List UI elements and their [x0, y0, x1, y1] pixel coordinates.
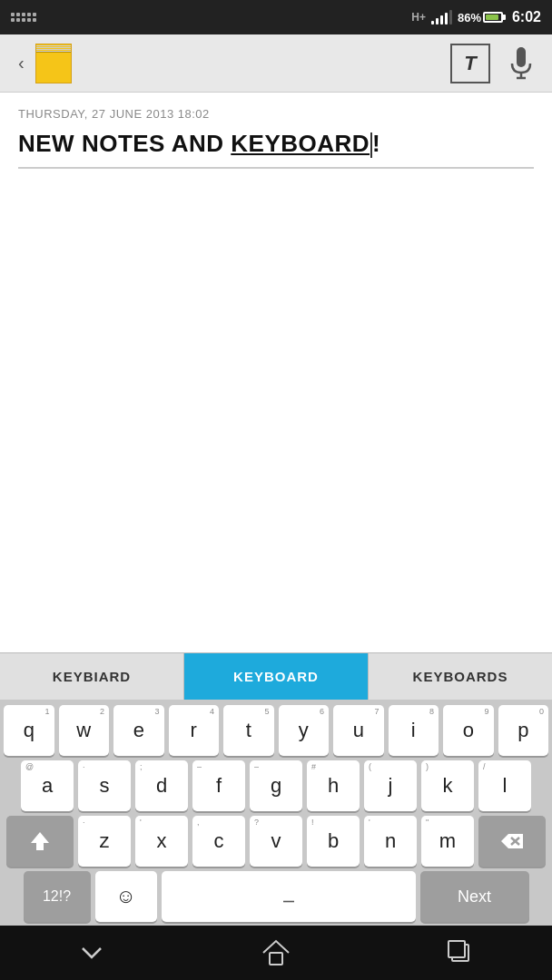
text-format-button[interactable]: T [450, 44, 490, 83]
suggestion-keybiard-label: KEYBIARD [53, 669, 131, 684]
mic-button[interactable] [501, 44, 541, 83]
key-b[interactable]: !b [307, 816, 360, 867]
key-u[interactable]: 7u [333, 705, 384, 756]
note-title-underlined: KEYBOARD [231, 130, 370, 157]
svg-rect-0 [517, 47, 526, 67]
key-x[interactable]: 'x [135, 816, 188, 867]
recents-nav-button[interactable] [433, 926, 488, 980]
key-g[interactable]: –g [250, 760, 302, 811]
suggestion-keyboard-label: KEYBOARD [233, 669, 319, 684]
back-button[interactable]: ‹ [11, 45, 32, 81]
status-bar-right: H+ 86% 6:02 [411, 9, 541, 25]
keyboard-status-icon [11, 13, 36, 22]
home-icon [261, 938, 291, 967]
emoji-key[interactable]: ☺ [95, 871, 157, 922]
svg-marker-3 [31, 832, 49, 850]
delete-icon [499, 832, 525, 850]
delete-key[interactable] [478, 816, 546, 867]
key-s[interactable]: ·s [78, 760, 131, 811]
key-t[interactable]: 5t [223, 705, 274, 756]
keyboard-row-3: ·z 'x ,c ?v !b 'n "m [4, 816, 548, 867]
key-v[interactable]: ?v [250, 816, 302, 867]
status-bar-left [11, 13, 36, 22]
keyboard-row-1: 1q 2w 3e 4r 5t 6y 7u 8i 9o 0p [4, 705, 548, 756]
app-header: ‹ T [0, 34, 552, 93]
note-date: THURSDAY, 27 JUNE 2013 18:02 [18, 107, 534, 121]
key-n[interactable]: 'n [364, 816, 417, 867]
next-key[interactable]: Next [420, 871, 529, 922]
key-j[interactable]: (j [364, 760, 417, 811]
key-d[interactable]: ;d [135, 760, 188, 811]
numbers-label: 12!? [43, 889, 71, 904]
battery-indicator: 86% [458, 11, 503, 24]
text-format-label: T [464, 52, 476, 75]
key-f[interactable]: –f [192, 760, 245, 811]
note-app-icon [35, 44, 72, 83]
key-l[interactable]: /l [478, 760, 531, 811]
key-p[interactable]: 0p [498, 705, 549, 756]
suggestion-keybiard[interactable]: KEYBIARD [0, 653, 184, 700]
key-w[interactable]: 2w [59, 705, 110, 756]
status-bar: H+ 86% 6:02 [0, 0, 552, 34]
numbers-key[interactable]: 12!? [24, 871, 91, 922]
shift-icon [29, 830, 51, 852]
chevron-down-icon [78, 944, 105, 962]
key-q[interactable]: 1q [4, 705, 54, 756]
mic-icon [508, 47, 534, 80]
suggestion-keyboards[interactable]: KEYBOARDS [369, 653, 552, 700]
next-label: Next [458, 888, 491, 905]
note-title-plain: NEW NOTES AND [18, 130, 231, 157]
key-y[interactable]: 6y [279, 705, 330, 756]
time-display: 6:02 [512, 9, 541, 25]
battery-fill [486, 15, 498, 20]
suggestion-keyboards-label: KEYBOARDS [413, 669, 508, 684]
keyboard: 1q 2w 3e 4r 5t 6y 7u 8i 9o 0p @a ·s ;d –… [0, 700, 552, 926]
key-a[interactable]: @a [21, 760, 74, 811]
battery-percent: 86% [458, 11, 481, 24]
key-c[interactable]: ,c [192, 816, 245, 867]
svg-rect-8 [448, 941, 465, 957]
suggestion-keyboard[interactable]: KEYBOARD [184, 653, 369, 700]
note-title-end: ! [372, 130, 380, 157]
key-h[interactable]: #h [307, 760, 360, 811]
suggestion-bar: KEYBIARD KEYBOARD KEYBOARDS [0, 652, 552, 700]
space-key[interactable]: ⎽ [162, 871, 416, 922]
key-o[interactable]: 9o [443, 705, 494, 756]
keyboard-row-2: @a ·s ;d –f –g #h (j )k /l [4, 760, 548, 811]
shift-key[interactable] [6, 816, 74, 867]
emoji-label: ☺ [115, 887, 135, 906]
signal-icon [431, 10, 452, 24]
recents-icon [448, 940, 473, 965]
key-z[interactable]: ·z [78, 816, 131, 867]
back-nav-button[interactable] [64, 926, 119, 980]
key-m[interactable]: "m [421, 816, 474, 867]
key-k[interactable]: )k [421, 760, 474, 811]
svg-rect-6 [270, 953, 282, 965]
sim-icon: H+ [411, 11, 426, 24]
bottom-nav [0, 926, 552, 980]
home-nav-button[interactable] [249, 926, 303, 980]
note-area[interactable]: THURSDAY, 27 JUNE 2013 18:02 NEW NOTES A… [0, 93, 552, 652]
key-i[interactable]: 8i [389, 705, 439, 756]
note-title: NEW NOTES AND KEYBOARD! [18, 130, 534, 169]
key-r[interactable]: 4r [169, 705, 220, 756]
battery-icon [483, 12, 503, 23]
keyboard-row-4: 12!? ☺ ⎽ Next [4, 871, 548, 922]
space-icon: ⎽ [283, 887, 294, 907]
key-e[interactable]: 3e [113, 705, 164, 756]
